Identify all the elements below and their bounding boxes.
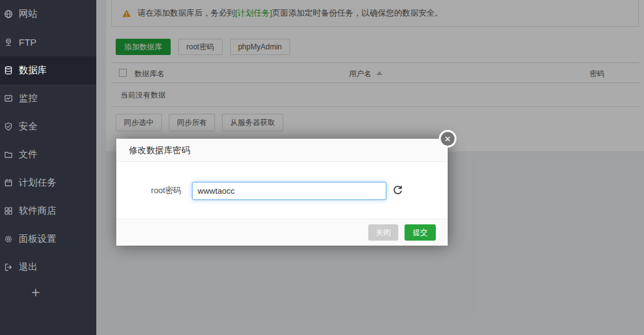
sidebar-item-cron[interactable]: 计划任务 (0, 169, 96, 197)
database-icon (4, 66, 13, 75)
apps-icon (4, 206, 13, 216)
sidebar-item-label: 网站 (19, 8, 38, 20)
sidebar-item-security[interactable]: 安全 (0, 112, 96, 141)
folder-icon (4, 150, 13, 159)
sidebar-item-database[interactable]: 数据库 (0, 56, 96, 84)
refresh-password-icon[interactable] (392, 185, 403, 196)
shield-icon (4, 122, 13, 131)
calendar-icon (4, 178, 13, 188)
sidebar-item-label: FTP (19, 37, 36, 48)
sidebar-add-button[interactable]: + (0, 280, 96, 305)
gear-icon (4, 234, 13, 244)
sidebar-item-website[interactable]: 网站 (0, 0, 96, 28)
root-password-label: root密码 (116, 185, 181, 196)
sidebar-item-logout[interactable]: 退出 (0, 253, 96, 281)
submit-button[interactable]: 提交 (405, 224, 436, 241)
modal-body: root密码 (116, 162, 448, 219)
sidebar-item-label: 面板设置 (19, 233, 56, 245)
close-button[interactable]: 关闭 (368, 224, 398, 241)
plus-icon: + (31, 284, 40, 301)
sidebar-item-label: 文件 (19, 149, 38, 161)
sidebar-item-appstore[interactable]: 软件商店 (0, 197, 96, 225)
globe-icon (4, 9, 13, 19)
ftp-icon (4, 38, 13, 47)
sidebar-item-label: 数据库 (19, 64, 47, 76)
sidebar-item-files[interactable]: 文件 (0, 141, 96, 169)
sidebar-item-label: 安全 (19, 121, 38, 132)
root-password-input[interactable] (192, 182, 386, 200)
sidebar-item-monitor[interactable]: 监控 (0, 84, 96, 112)
sidebar-item-ftp[interactable]: FTP (0, 28, 96, 56)
change-root-password-modal: ✕ 修改数据库密码 root密码 关闭 提交 (116, 139, 448, 246)
modal-title: 修改数据库密码 (116, 139, 448, 162)
logout-icon (4, 262, 13, 272)
sidebar-item-label: 计划任务 (19, 177, 56, 189)
monitor-icon (4, 94, 13, 103)
sidebar-item-label: 软件商店 (19, 205, 56, 217)
sidebar-item-settings[interactable]: 面板设置 (0, 225, 96, 253)
sidebar-item-label: 退出 (19, 261, 38, 273)
sidebar-item-label: 监控 (19, 92, 38, 104)
sidebar: 网站 FTP 数据库 监控 安全 文件 计划任务 软件商店 面板设置 退出 + (0, 0, 96, 335)
modal-footer: 关闭 提交 (116, 219, 448, 246)
modal-close-icon[interactable]: ✕ (439, 130, 456, 148)
